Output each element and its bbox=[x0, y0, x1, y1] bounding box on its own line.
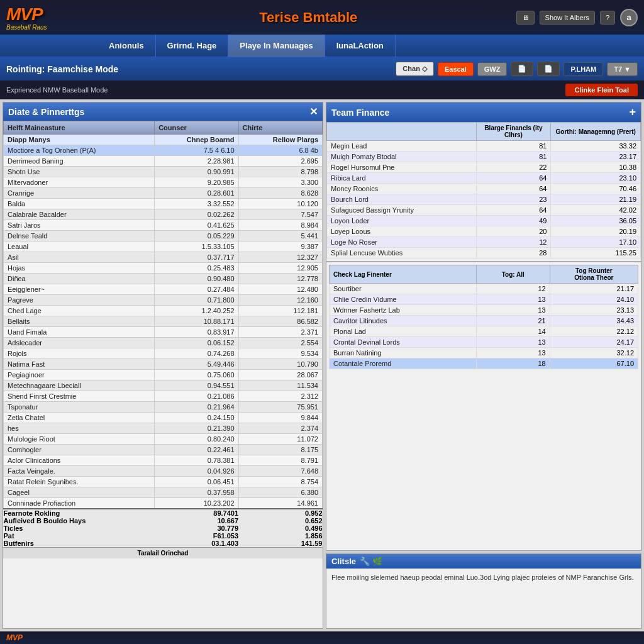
row-name: Bellaits bbox=[4, 316, 155, 327]
row-val1: 0.80.240 bbox=[155, 434, 238, 445]
check-row[interactable]: Plonal Lad 14 22.12 bbox=[330, 326, 638, 337]
check-row[interactable]: Cavritor Litinudes 21 34.43 bbox=[330, 316, 638, 326]
table-row[interactable]: Metechnagaare Lbeciall 0.94.551 11.534 bbox=[4, 380, 323, 391]
check-row-val2: 34.43 bbox=[550, 316, 638, 326]
finance-row[interactable]: Rogel Hursomul Pne 22 10.38 bbox=[327, 162, 641, 173]
finance-row[interactable]: Loge No Roser 12 17.10 bbox=[327, 237, 641, 248]
finance-row[interactable]: Ribica Lard 64 23.10 bbox=[327, 173, 641, 184]
close-icon[interactable]: ✕ bbox=[309, 106, 318, 118]
table-row[interactable]: Pegiaginoer 0.75.060 28.067 bbox=[4, 370, 323, 380]
nav-item-anionuls[interactable]: Anionuls bbox=[97, 35, 156, 57]
table-row[interactable]: Shend Finrst Crestmie 0.21.086 2.312 bbox=[4, 391, 323, 402]
table-row[interactable]: Uand Fimala 0.83.917 2.371 bbox=[4, 327, 323, 338]
plham-button[interactable]: P.LHAM bbox=[564, 62, 603, 76]
finance-row[interactable]: Muigh Pomaty Btodal 81 23.17 bbox=[327, 152, 641, 162]
gwz-button[interactable]: GWZ bbox=[477, 62, 508, 76]
table-row[interactable]: Hojas 0.25.483 12.905 bbox=[4, 263, 323, 274]
check-row[interactable]: Sourtiber 12 21.17 bbox=[330, 284, 638, 294]
table-row[interactable]: Ratat Relein Sgunibes. 0.06.451 8.754 bbox=[4, 477, 323, 487]
table-row[interactable]: Tsponatur 0.21.964 75.951 bbox=[4, 402, 323, 413]
clinke-btn[interactable]: Clinke Flein Toal bbox=[565, 84, 638, 96]
finance-add-icon[interactable]: + bbox=[629, 106, 636, 119]
table-footer-row: Butfenirs 03.1.403 141.59 bbox=[4, 540, 323, 547]
finance-row-val1: 81 bbox=[476, 141, 551, 152]
doc2-button[interactable]: 📄 bbox=[537, 62, 560, 76]
table-row[interactable]: Adslecader 0.06.152 2.554 bbox=[4, 338, 323, 348]
table-row[interactable]: Cranrige 0.28.601 8.628 bbox=[4, 188, 323, 199]
row-val1: 0.83.917 bbox=[155, 327, 238, 338]
check-row[interactable]: Burran Natining 13 32.12 bbox=[330, 348, 638, 358]
col-header-name: Helft Maineasture bbox=[4, 121, 155, 135]
eascal-button[interactable]: Eascal bbox=[438, 62, 474, 76]
row-val1: 0.90.480 bbox=[155, 274, 238, 284]
check-row[interactable]: Wdnner Fashertz Lab 13 23.13 bbox=[330, 305, 638, 316]
table-row[interactable]: Rojols 0.74.268 9.534 bbox=[4, 348, 323, 359]
check-row-val1: 13 bbox=[476, 305, 550, 316]
table-row[interactable]: Natima Fast 5.49.446 10.790 bbox=[4, 359, 323, 370]
table-row[interactable]: Eeigglener~ 0.27.484 12.480 bbox=[4, 284, 323, 295]
check-row[interactable]: Crontal Devinal Lords 13 24.17 bbox=[330, 337, 638, 348]
table-row[interactable]: Moctiore a Tog Orohen (P(A) 7.5 4 6.10 6… bbox=[4, 145, 323, 156]
finance-row[interactable]: Moncy Roonics 64 70.46 bbox=[327, 184, 641, 194]
help-icon-btn[interactable]: ? bbox=[600, 11, 615, 25]
table-row[interactable]: Facta Veingale. 0.04.926 7.648 bbox=[4, 466, 323, 477]
check-lag-table: Check Lag Finenter Tog: All Tog Rounter … bbox=[329, 265, 638, 369]
finance-row[interactable]: Splial Lencuse Wubties 28 115.25 bbox=[327, 248, 641, 258]
footer-row-val2: 0.652 bbox=[238, 517, 322, 525]
nav-item-grirnd[interactable]: Grirnd. Hage bbox=[156, 35, 229, 57]
row-val1: 0.06.152 bbox=[155, 338, 238, 348]
table-row[interactable]: Shotn Use 0.90.991 8.798 bbox=[4, 167, 323, 177]
table-row[interactable]: Bellaits 10.88.171 86.582 bbox=[4, 316, 323, 327]
table-row[interactable]: Asil 0.37.717 12.327 bbox=[4, 252, 323, 263]
finance-row[interactable]: Sufaguced Bassign Yrunity 64 42.02 bbox=[327, 205, 641, 216]
table-row[interactable]: Satri Jaros 0.41.625 8.984 bbox=[4, 220, 323, 231]
finance-row[interactable]: Loyon Loder 49 36.05 bbox=[327, 216, 641, 226]
user-avatar[interactable]: a bbox=[620, 9, 638, 26]
row-name: Leaual bbox=[4, 242, 155, 252]
data-table-container[interactable]: Helft Maineasture Counser Chirte Diapp M… bbox=[3, 121, 323, 628]
table-row[interactable]: Zetla Chatel 0.24.150 9.844 bbox=[4, 413, 323, 423]
finance-title: Team Finance bbox=[331, 108, 389, 118]
show-albers-btn[interactable]: Show It Albers bbox=[540, 11, 595, 25]
check-row[interactable]: Chlie Credin Vidume 13 24.10 bbox=[330, 294, 638, 305]
nav-item-iuna[interactable]: IunaLAction bbox=[325, 35, 396, 57]
table-row[interactable]: Balda 3.32.552 10.120 bbox=[4, 199, 323, 209]
table-row[interactable]: Derrimeod Baning 2.28.981 2.695 bbox=[4, 156, 323, 167]
table-row[interactable]: Pagreve 0.71.800 12.160 bbox=[4, 295, 323, 306]
table-row[interactable]: Comhogler 0.22.461 8.175 bbox=[4, 445, 323, 455]
finance-row[interactable]: Bourch Lord 23 21.19 bbox=[327, 194, 641, 205]
table-row[interactable]: hes 0.21.390 2.374 bbox=[4, 423, 323, 434]
table-row[interactable]: Cageel 0.37.958 6.380 bbox=[4, 487, 323, 498]
nav-item-playe[interactable]: Playe In Manuages bbox=[228, 35, 325, 57]
row-val1: 0.22.461 bbox=[155, 445, 238, 455]
doc1-button[interactable]: 📄 bbox=[511, 62, 533, 76]
row-name: Derrimeod Baning bbox=[4, 156, 155, 167]
table-row[interactable]: Aclor Clinications 0.78.381 8.791 bbox=[4, 455, 323, 466]
check-row[interactable]: Cotantale Proremd 18 67.10 bbox=[330, 358, 638, 369]
finance-row[interactable]: Megin Lead 81 33.32 bbox=[327, 141, 641, 152]
clitse-panel: Clitsle 🔧 🌿 Flee moiilng slelemed haeup … bbox=[326, 553, 641, 629]
monitor-icon-btn[interactable]: 🖥 bbox=[516, 11, 535, 25]
row-val1: 10.88.171 bbox=[155, 316, 238, 327]
main-content: Diate & Pinnerttgs ✕ Helft Maineasture C… bbox=[0, 99, 644, 631]
table-row[interactable]: Diapp Manys Chnep Boarnd Rellow Plargs bbox=[4, 135, 323, 145]
finance-row-val1: 49 bbox=[476, 216, 551, 226]
table-row[interactable]: Mltervadoner 9.20.985 3.300 bbox=[4, 177, 323, 188]
table-row[interactable]: Leaual 1.5.33.105 9.387 bbox=[4, 242, 323, 252]
check-row-val2: 67.10 bbox=[550, 358, 638, 369]
table-row[interactable]: Delnse Teald 0.05.229 5.441 bbox=[4, 231, 323, 242]
finance-row-val1: 12 bbox=[476, 237, 551, 248]
t7-button[interactable]: T7 ▼ bbox=[607, 62, 638, 76]
table-row[interactable]: Mulologie Rioot 0.80.240 11.072 bbox=[4, 434, 323, 445]
table-row[interactable]: Ched Lage 1.2.40.252 112.181 bbox=[4, 306, 323, 316]
table-row[interactable]: Conninade Profiaction 10.23.202 14.961 bbox=[4, 498, 323, 509]
row-val2: 12.160 bbox=[238, 295, 322, 306]
finance-row[interactable]: Loyep Loous 20 20.19 bbox=[327, 226, 641, 237]
table-row[interactable]: Calabrale Bacalder 0.02.262 7.547 bbox=[4, 209, 323, 220]
row-val2: 12.480 bbox=[238, 284, 322, 295]
chan-button[interactable]: Chan ◇ bbox=[396, 62, 434, 76]
table-row[interactable]: Diñea 0.90.480 12.778 bbox=[4, 274, 323, 284]
row-name: Diapp Manys bbox=[4, 135, 155, 145]
row-val1: 0.28.601 bbox=[155, 188, 238, 199]
check-row-val2: 32.12 bbox=[550, 348, 638, 358]
